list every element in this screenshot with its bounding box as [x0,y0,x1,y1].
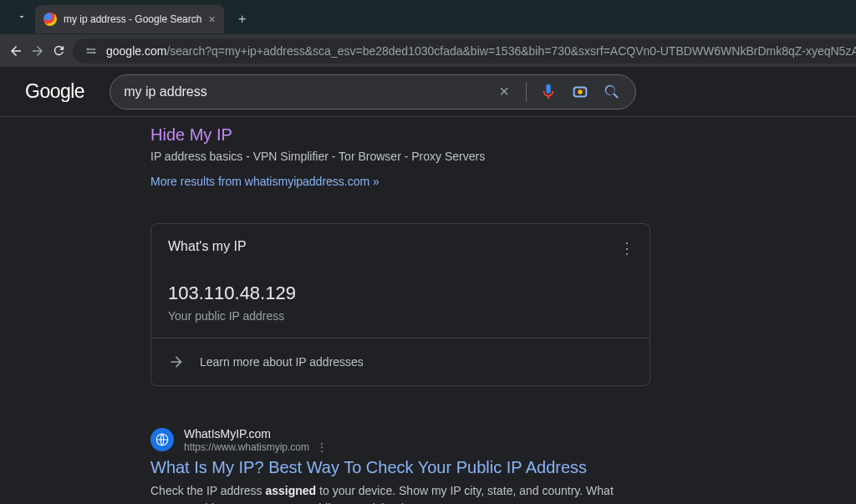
ip-card-title: What's my IP [168,239,633,254]
search-box[interactable]: × [110,74,636,109]
browser-chrome: my ip address - Google Search × + google… [0,0,856,67]
svg-point-3 [578,89,583,94]
result-description: Check the IP address assigned to your de… [150,482,619,504]
svg-point-0 [87,48,89,50]
clear-search-button[interactable]: × [494,82,514,102]
svg-point-1 [94,51,96,53]
ip-answer-card: What's my IP ⋮ 103.110.48.129 Your publi… [150,223,650,386]
google-favicon-icon [43,13,57,26]
result-hide-my-ip: Hide My IP IP address basics - VPN Simpl… [150,125,856,188]
result-title-link[interactable]: Hide My IP [150,125,856,145]
search-divider [526,82,527,102]
site-info-icon[interactable] [83,43,99,59]
search-results: Hide My IP IP address basics - VPN Simpl… [0,125,856,504]
google-logo[interactable]: Google [25,80,84,103]
result-header: WhatIsMyIP.com https://www.whatismyip.co… [150,426,619,453]
result-title-link[interactable]: What Is My IP? Best Way To Check Your Pu… [150,458,619,477]
url-text: google.com/search?q=my+ip+address&sca_es… [106,44,856,58]
tab-bar: my ip address - Google Search × + [0,0,856,33]
forward-button[interactable] [30,39,45,63]
result-menu-icon[interactable]: ⋮ [317,441,327,453]
search-submit-icon[interactable] [602,82,622,102]
address-bar[interactable]: google.com/search?q=my+ip+address&sca_es… [73,38,856,64]
lens-search-icon[interactable] [570,82,590,102]
globe-icon [150,428,174,451]
search-input[interactable] [124,84,494,99]
ip-card-menu-icon[interactable]: ⋮ [619,239,634,257]
reload-button[interactable] [52,39,66,63]
new-tab-button[interactable]: + [231,8,254,31]
voice-search-icon[interactable] [538,82,558,102]
result-whatismyip: WhatIsMyIP.com https://www.whatismyip.co… [150,426,619,504]
close-tab-button[interactable]: × [208,13,215,26]
ip-address-value: 103.110.48.129 [168,283,633,304]
arrow-right-icon [168,354,185,370]
svg-point-4 [583,89,585,90]
ip-card-top: What's my IP ⋮ 103.110.48.129 Your publi… [151,224,650,339]
result-site-url: https://www.whatismyip.com ⋮ [184,441,327,453]
tabs-dropdown-button[interactable] [12,7,32,27]
url-bar: google.com/search?q=my+ip+address&sca_es… [0,33,856,67]
google-header: Google × [0,67,856,117]
tab-title: my ip address - Google Search [64,13,201,25]
result-snippet: IP address basics - VPN Simplifier - Tor… [150,150,856,163]
result-site-name: WhatIsMyIP.com [184,426,327,441]
ip-learn-more-link[interactable]: Learn more about IP addresses [151,339,650,385]
back-button[interactable] [8,39,23,63]
ip-address-label: Your public IP address [168,309,633,323]
learn-more-label: Learn more about IP addresses [200,355,364,369]
more-results-link[interactable]: More results from whatismyipaddress.com … [150,175,856,188]
active-tab[interactable]: my ip address - Google Search × [35,5,224,33]
search-actions: × [494,82,622,102]
